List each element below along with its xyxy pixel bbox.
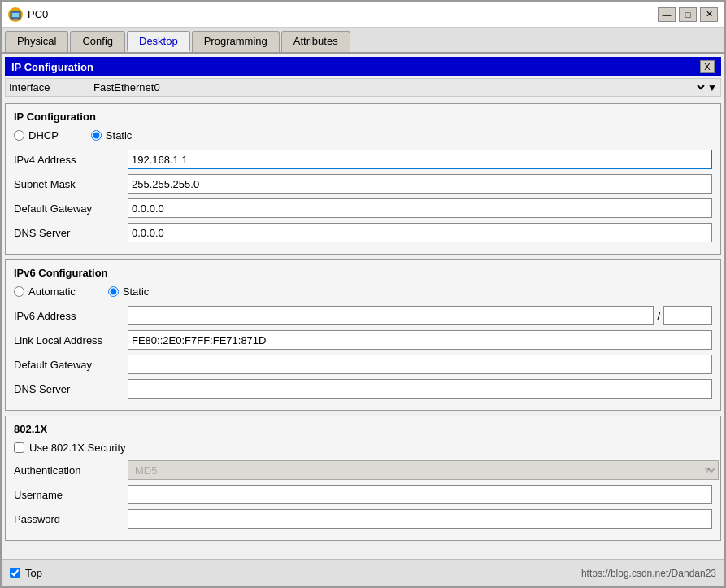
tab-attributes[interactable]: Attributes <box>281 31 350 52</box>
window-controls: — □ ✕ <box>658 7 718 22</box>
tab-physical[interactable]: Physical <box>5 31 68 52</box>
ipv6-address-label: IPv6 Address <box>14 310 128 322</box>
ipv6-dns-server-input[interactable] <box>128 379 712 399</box>
dropdown-arrow-icon: ▼ <box>707 82 717 94</box>
window-icon <box>8 7 23 22</box>
footer-link: https://blog.csdn.net/Dandan23 <box>581 568 716 579</box>
dot1x-section: 802.1X Use 802.1X Security Authenticatio… <box>5 416 721 541</box>
username-input[interactable] <box>128 485 712 504</box>
ipv6-static-label: Static <box>123 285 150 298</box>
interface-select[interactable]: FastEthernet0 <box>90 81 707 94</box>
tab-programming[interactable]: Programming <box>192 31 280 52</box>
link-local-address-row: Link Local Address <box>14 330 712 350</box>
password-input[interactable] <box>128 509 712 529</box>
ipv4-radio-row: DHCP Static <box>14 129 712 142</box>
ipv6-section-title: IPv6 Configuration <box>14 267 712 279</box>
dot1x-checkbox-row: Use 802.1X Security <box>14 442 712 454</box>
ipv6-slash: / <box>657 310 660 322</box>
ipv6-address-input[interactable] <box>128 306 654 325</box>
ipv6-default-gateway-label: Default Gateway <box>14 359 128 371</box>
dot1x-checkbox-label: Use 802.1X Security <box>29 442 126 454</box>
interface-row: Interface FastEthernet0 ▼ <box>5 78 721 97</box>
dot1x-checkbox[interactable] <box>14 442 24 453</box>
link-local-address-input[interactable] <box>128 330 712 350</box>
ipv6-dns-server-row: DNS Server <box>14 379 712 399</box>
tab-desktop[interactable]: Desktop <box>127 31 190 52</box>
tab-config[interactable]: Config <box>70 31 125 52</box>
dhcp-radio[interactable] <box>14 130 24 141</box>
ip-config-header-bar: IP Configuration X <box>5 57 721 76</box>
footer-left: Top <box>10 567 42 579</box>
static-label: Static <box>106 129 133 142</box>
main-content: IP Configuration X Interface FastEtherne… <box>2 54 724 559</box>
ipv4-section-title: IP Configuration <box>14 111 712 123</box>
subnet-mask-label: Subnet Mask <box>14 178 128 190</box>
ipv6-default-gateway-row: Default Gateway <box>14 355 712 374</box>
dns-server-label: DNS Server <box>14 227 128 239</box>
ipv6-radio-row: Automatic Static <box>14 285 712 298</box>
ipv6-address-row: IPv6 Address / <box>14 306 712 325</box>
title-bar: PC0 — □ ✕ <box>2 2 724 28</box>
svg-rect-3 <box>12 19 19 20</box>
dns-server-input[interactable] <box>128 223 712 242</box>
subnet-mask-row: Subnet Mask <box>14 174 712 194</box>
ipv4-address-label: IPv4 Address <box>14 154 128 166</box>
authentication-row: Authentication MD5 ▼ <box>14 460 712 480</box>
ipv6-static-option[interactable]: Static <box>108 285 150 298</box>
default-gateway-label: Default Gateway <box>14 203 128 215</box>
username-row: Username <box>14 485 712 504</box>
svg-rect-2 <box>13 18 18 19</box>
footer: Top https://blog.csdn.net/Dandan23 <box>2 559 724 586</box>
auth-label: Authentication <box>14 464 128 477</box>
default-gateway-row: Default Gateway <box>14 198 712 218</box>
dns-server-row: DNS Server <box>14 223 712 242</box>
ip-config-title: IP Configuration <box>11 61 93 73</box>
top-label: Top <box>25 567 42 579</box>
ipv6-default-gateway-input[interactable] <box>128 355 712 374</box>
default-gateway-input[interactable] <box>128 198 712 218</box>
top-checkbox[interactable] <box>10 568 20 578</box>
ipv6-address-inputs: / <box>128 306 712 325</box>
ipv4-address-row: IPv4 Address <box>14 150 712 169</box>
ipv6-static-radio[interactable] <box>108 286 119 297</box>
minimize-button[interactable]: — <box>658 7 676 22</box>
main-window: PC0 — □ ✕ Physical Config Desktop Progra… <box>0 0 726 588</box>
dhcp-option[interactable]: DHCP <box>14 129 59 142</box>
ipv6-prefix-input[interactable] <box>663 306 712 325</box>
close-button[interactable]: ✕ <box>700 7 718 22</box>
ipv4-section: IP Configuration DHCP Static IPv4 Addres… <box>5 103 721 255</box>
interface-label: Interface <box>9 81 90 94</box>
static-radio[interactable] <box>91 130 102 141</box>
auth-select[interactable]: MD5 <box>128 460 719 480</box>
ipv6-dns-server-label: DNS Server <box>14 383 128 395</box>
static-option[interactable]: Static <box>91 129 133 142</box>
window-title: PC0 <box>28 8 658 20</box>
ipv6-section: IPv6 Configuration Automatic Static IPv6… <box>5 259 721 411</box>
username-label: Username <box>14 489 128 501</box>
ipv6-automatic-option[interactable]: Automatic <box>14 285 76 298</box>
dhcp-label: DHCP <box>28 129 59 142</box>
subnet-mask-input[interactable] <box>128 174 712 194</box>
ipv6-automatic-label: Automatic <box>28 285 76 298</box>
dot1x-section-title: 802.1X <box>14 423 712 435</box>
ip-config-close-button[interactable]: X <box>700 60 715 73</box>
svg-rect-1 <box>12 13 19 17</box>
link-local-address-label: Link Local Address <box>14 334 128 346</box>
password-row: Password <box>14 509 712 529</box>
maximize-button[interactable]: □ <box>679 7 697 22</box>
ipv4-address-input[interactable] <box>128 150 712 169</box>
tab-bar: Physical Config Desktop Programming Attr… <box>2 28 724 54</box>
password-label: Password <box>14 513 128 525</box>
ipv6-automatic-radio[interactable] <box>14 286 24 297</box>
